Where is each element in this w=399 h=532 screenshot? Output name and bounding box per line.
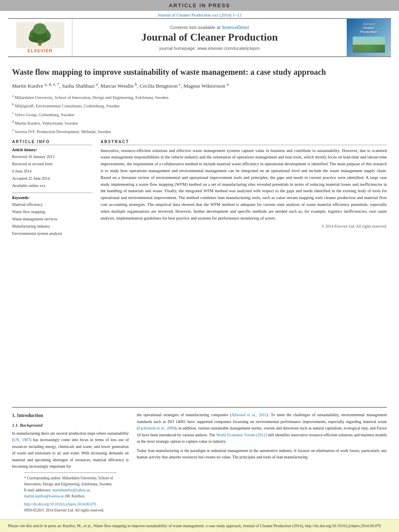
footnote-email: E-mail addresses: martinkurdve@yahoo.se,… <box>24 487 117 499</box>
sciencedirect-label: Contents lists available at <box>170 25 220 30</box>
revised-label: Received in revised form <box>12 160 93 168</box>
article-info-col: ARTICLE INFO Article history: Received 1… <box>12 140 93 237</box>
svg-point-6 <box>29 35 33 38</box>
keyword-3: Waste management services <box>12 216 93 223</box>
svg-point-5 <box>33 23 46 35</box>
keyword-5: Environmental system analysis <box>12 230 93 237</box>
keyword-4: Manufacturing industry <box>12 223 93 230</box>
journal-header: ELSEVIER Contents lists available at Sci… <box>8 18 391 57</box>
section-1-label: Introduction <box>17 413 43 418</box>
body-left-col: 1. Introduction 1.1. Background In manuf… <box>12 412 129 515</box>
affil-e: e Swerea IVF, Production Development, Mö… <box>12 127 387 135</box>
page: ARTICLE IN PRESS Journal of Cleaner Prod… <box>0 0 399 532</box>
body-right-col: the operational strategies of manufactur… <box>137 412 387 515</box>
online-date: Available online xxx <box>12 182 93 189</box>
allwood-link[interactable]: Allwood et al., 2011 <box>231 413 267 417</box>
journal-ref-line: Journal of Cleaner Production xxx (2014)… <box>0 11 399 18</box>
footnote-corresponding: * Corresponding author. Mälardalen Unive… <box>24 475 117 487</box>
article-in-press-banner: ARTICLE IN PRESS <box>0 0 399 11</box>
journal-main-title: Journal of Cleaner Production <box>141 31 278 43</box>
banner-text: ARTICLE IN PRESS <box>169 2 230 8</box>
wef-link[interactable]: World Economic Forum (2012) <box>216 433 267 437</box>
affil-c: c Volvo Group, Gothenburg, Sweden <box>12 110 387 118</box>
abstract-text: Innovative, resource-efficient solutions… <box>101 148 387 222</box>
doi-link[interactable]: http://dx.doi.org/10.1016/j.jclepro.2014… <box>24 502 96 506</box>
sciencedirect-link[interactable]: ScienceDirect <box>222 25 249 30</box>
subsection-1-1-title: 1.1. Background <box>12 422 129 429</box>
main-content: Waste flow mapping to improve sustainabi… <box>0 57 399 403</box>
issn-line: 0959-6526/© 2014 Elsevier Ltd. All right… <box>24 507 117 514</box>
subsection-1-1-num: 1.1. <box>12 423 19 427</box>
footer-text: Please cite this article in press as: Ku… <box>8 524 381 528</box>
revised-date: 6 June 2014 <box>12 168 93 175</box>
journal-title-box: Contents lists available at ScienceDirec… <box>72 19 347 56</box>
abstract-col: ABSTRACT Innovative, resource-efficient … <box>101 140 387 237</box>
keyword-1: Material efficiency <box>12 201 93 208</box>
body-content: 1. Introduction 1.1. Background In manuf… <box>0 412 399 519</box>
keywords-label: Keywords: <box>12 193 93 200</box>
article-title: Waste flow mapping to improve sustainabi… <box>12 67 387 78</box>
affil-b: b Miljögiraff, Environmental Consultants… <box>12 101 387 109</box>
intro-para-1: In manufacturing there are several produ… <box>12 430 129 470</box>
journal-homepage: journal homepage: www.elsevier.com/locat… <box>159 46 259 51</box>
affiliations: a Mälardalen University, School of Innov… <box>12 93 387 135</box>
article-dates: Received 16 January 2013 Received in rev… <box>12 153 93 189</box>
elsevier-tree-icon <box>16 22 64 48</box>
un-1987-link[interactable]: UN, 1987 <box>13 438 30 442</box>
elsevier-label: ELSEVIER <box>27 48 52 53</box>
affil-a: a Mälardalen University, School of Innov… <box>12 93 387 101</box>
affil-d: d Martin Kurdve, Vejbystrand, Sweden <box>12 119 387 127</box>
elsevier-logo-box: ELSEVIER <box>8 19 72 56</box>
email-label: E-mail addresses: <box>24 488 51 492</box>
footnote-area: * Corresponding author. Mälardalen Unive… <box>24 472 117 515</box>
email2-link[interactable]: martin.kurdve@swerea.se <box>24 494 64 498</box>
accepted-date: Accepted 25 June 2014 <box>12 175 93 182</box>
footer-bar: Please cite this article in press as: Ku… <box>0 519 399 532</box>
journal-ref-text: Journal of Cleaner Production xxx (2014)… <box>158 12 241 17</box>
section-1-title: 1. Introduction <box>12 412 129 419</box>
authors-line: Martin Kurdve a, d, e, *, Sasha Shahbazi… <box>12 81 387 90</box>
subsection-1-1-label: Background <box>20 423 42 427</box>
received-date: Received 16 January 2013 <box>12 153 93 160</box>
keywords-list: Material efficiency Waste flow mapping W… <box>12 201 93 237</box>
article-history-label: Article history: <box>12 148 93 152</box>
sciencedirect-line: Contents lists available at ScienceDirec… <box>170 25 249 30</box>
right-para-2: Today lean manufacturing is the paradigm… <box>137 448 387 461</box>
email-note: (M. Kurdve). <box>64 494 85 498</box>
article-info-heading: ARTICLE INFO <box>12 140 93 145</box>
email1-link[interactable]: martinkurdve@yahoo.se <box>52 488 90 492</box>
email-sep: , <box>90 488 90 492</box>
section-divider <box>12 407 387 408</box>
cleaner-production-cover: Journal of CleanerProduction <box>347 19 391 56</box>
zackrisson-link[interactable]: Zackrisson et al., 2000 <box>138 426 175 430</box>
journal-of-label: Journal of <box>363 23 375 25</box>
cleaner-production-label: CleanerProduction <box>360 26 377 35</box>
section-1-num: 1. <box>12 413 16 418</box>
right-para-1: the operational strategies of manufactur… <box>137 412 387 445</box>
keyword-2: Waste flow mapping <box>12 208 93 216</box>
article-info-abstract: ARTICLE INFO Article history: Received 1… <box>12 140 387 237</box>
svg-point-7 <box>46 33 51 37</box>
copyright-line: © 2014 Elsevier Ltd. All rights reserved… <box>101 224 387 228</box>
abstract-heading: ABSTRACT <box>101 140 387 145</box>
